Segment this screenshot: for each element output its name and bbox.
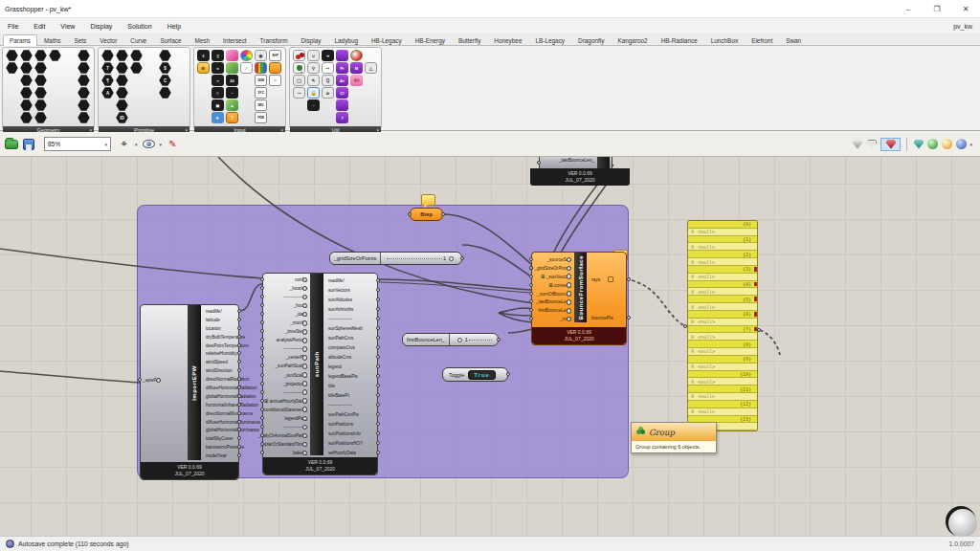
component-icon[interactable] — [20, 87, 33, 99]
output-port[interactable]: sunVectors — [326, 285, 377, 295]
custom-preview-gem-icon[interactable] — [913, 140, 924, 149]
zoom-extents-icon[interactable]: ⌖ — [117, 138, 131, 151]
component-icon[interactable]: A — [101, 87, 114, 99]
ribbon-tab[interactable]: Honeybee — [487, 34, 528, 45]
output-port[interactable]: sunPositionsHOY — [326, 438, 377, 448]
output-port[interactable]: diffuseHorizontalRadiation — [204, 384, 238, 392]
output-grip[interactable] — [376, 451, 380, 454]
component-icon[interactable]: A× — [336, 75, 348, 86]
component-icon[interactable]: T — [226, 112, 238, 123]
component-icon[interactable] — [255, 62, 267, 74]
output-grip[interactable] — [376, 345, 380, 349]
bounce-from-surface-component[interactable]: _sourceSrfs ⊞ _gridSizeOrPoints ⊞ _sunVe… — [531, 252, 627, 345]
component-icon[interactable] — [336, 50, 348, 61]
chevron-down-icon[interactable]: ▾ — [104, 142, 107, 147]
panel-output-grip[interactable] — [757, 328, 761, 332]
input-grip[interactable] — [529, 283, 533, 287]
input-port[interactable]: _sunPathScale_ — [263, 362, 309, 370]
component-icon[interactable] — [116, 87, 128, 99]
output-port[interactable]: legend — [326, 362, 377, 371]
component-icon[interactable]: 20 — [226, 75, 238, 86]
component-icon[interactable] — [34, 99, 47, 111]
shaded-preview-selected[interactable] — [880, 138, 901, 151]
component-icon[interactable] — [116, 99, 128, 111]
input-port-epwfile[interactable]: _epwFile — [143, 378, 163, 383]
component-icon[interactable] — [240, 50, 253, 61]
output-port[interactable]: diffuseHorizontalIlluminance — [204, 418, 238, 427]
input-grip[interactable] — [260, 329, 264, 333]
output-port[interactable]: windSpeed — [204, 358, 238, 366]
input-grip[interactable] — [529, 266, 533, 270]
input-port[interactable]: ---------------- — [263, 344, 309, 353]
component-icon[interactable] — [78, 62, 90, 74]
output-grip[interactable] — [376, 355, 380, 359]
output-port[interactable]: directNormalIlluminance — [204, 409, 238, 418]
component-icon[interactable] — [336, 99, 348, 111]
ribbon-tab[interactable]: HB-Legacy — [365, 34, 409, 45]
first-bounce-len-slider[interactable]: firstBounceLen_ 1 — [402, 333, 499, 346]
input-grip[interactable] — [260, 338, 264, 342]
boolean-toggle[interactable]: Toggle True — [442, 367, 508, 382]
output-grip[interactable] — [376, 403, 380, 407]
component-icon[interactable] — [350, 50, 363, 61]
input-port[interactable]: bakeIt_ — [263, 449, 309, 457]
input-grip[interactable] — [529, 257, 533, 261]
input-port[interactable]: _timeStep_ — [263, 327, 309, 336]
output-port-bouncepts[interactable]: bouncePts — [590, 316, 628, 320]
canvas-compass-widget[interactable] — [946, 506, 978, 536]
ribbon-tab[interactable]: Ladybug — [327, 34, 365, 45]
output-grip[interactable] — [376, 374, 380, 378]
component-icon[interactable] — [159, 50, 171, 61]
component-icon[interactable]: ▣ — [212, 99, 224, 111]
output-port[interactable]: selHourlyData — [326, 448, 377, 457]
ribbon-tab[interactable]: Sets — [67, 34, 93, 45]
output-port[interactable]: title — [326, 381, 377, 390]
component-icon[interactable] — [226, 62, 238, 74]
input-port[interactable]: _solarOrStandardTime_ — [263, 440, 309, 449]
output-grip[interactable] — [376, 412, 380, 416]
save-file-icon[interactable] — [21, 138, 35, 151]
component-icon[interactable] — [226, 50, 238, 61]
output-grip[interactable] — [376, 317, 380, 320]
output-port[interactable]: sunSpheresMesh — [326, 323, 377, 333]
output-port[interactable]: readMe! — [326, 276, 377, 285]
input-grip[interactable] — [529, 299, 533, 303]
output-port[interactable]: barometricPressure — [204, 443, 238, 452]
minimize-button[interactable]: – — [894, 0, 923, 17]
input-grip[interactable] — [260, 390, 264, 394]
output-port[interactable]: ---------------- — [326, 400, 377, 409]
brep-param[interactable]: Brep — [410, 208, 443, 221]
output-grip[interactable] — [237, 335, 241, 339]
component-icon[interactable] — [20, 62, 33, 74]
input-port[interactable]: analysisPeriod_ — [263, 336, 309, 344]
component-icon[interactable] — [293, 62, 305, 74]
output-grip[interactable] — [376, 431, 380, 435]
component-icon[interactable] — [116, 62, 128, 74]
ribbon-tab[interactable]: Mesh — [188, 34, 216, 45]
ribbon-tab[interactable]: LB-Legacy — [528, 34, 571, 45]
output-port[interactable]: directNormalRadiation — [204, 375, 238, 384]
component-icon[interactable] — [159, 87, 171, 99]
output-grip[interactable] — [237, 411, 241, 415]
output-grip[interactable] — [237, 403, 241, 407]
output-port[interactable]: sunPositionsInfo — [326, 429, 377, 438]
component-icon[interactable]: ◉ — [255, 50, 267, 61]
component-icon[interactable] — [34, 87, 47, 99]
input-port[interactable]: ⊞ _gridSizeOrPoints — [532, 264, 573, 273]
ribbon-tab[interactable]: Params — [3, 34, 37, 46]
ribbon-tab[interactable]: LunchBox — [704, 34, 745, 45]
panel-input-grip[interactable] — [683, 324, 687, 328]
component-icon[interactable] — [78, 75, 90, 86]
component-icon[interactable] — [34, 62, 47, 74]
slider-track[interactable]: 1 — [450, 334, 498, 345]
data-dam-icon[interactable] — [608, 276, 613, 282]
ribbon-tab[interactable]: Vector — [93, 34, 123, 45]
input-grip[interactable] — [260, 295, 264, 298]
output-port[interactable]: totalSkyCover — [204, 434, 238, 443]
ribbon-tab[interactable]: Swan — [779, 34, 808, 45]
component-icon[interactable]: ◯ — [293, 75, 305, 86]
input-port[interactable]: _runIt — [532, 315, 573, 323]
output-port[interactable]: globalHorizontalIlluminance — [204, 426, 238, 434]
component-icon[interactable] — [269, 62, 281, 74]
output-grip[interactable] — [376, 307, 380, 311]
